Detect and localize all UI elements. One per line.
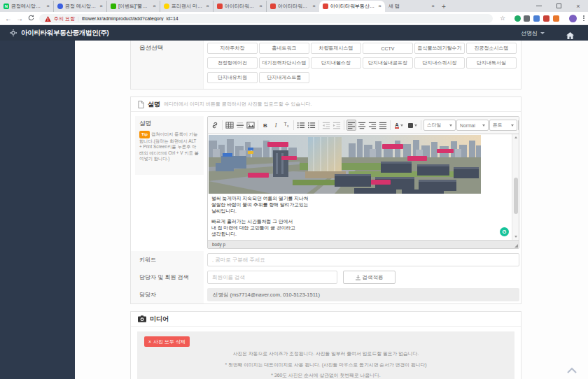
tab-title: 아이티타워부동산중개법...: [330, 3, 376, 10]
font-dropdown[interactable]: 폰트: [489, 120, 517, 131]
option-button[interactable]: 음식물쓰레기탈수기: [414, 43, 465, 54]
tab-close-icon[interactable]: ×: [431, 3, 435, 9]
tab-event[interactable]: [이벤트]"불파는 끝났다!" ×: [106, 1, 160, 12]
maximize-button[interactable]: [549, 0, 568, 12]
option-button[interactable]: 대기전력차단시스템: [259, 57, 309, 69]
delete-all-photos-button[interactable]: × 사진 모두 삭제: [144, 336, 190, 347]
editor-scrollbar[interactable]: [512, 134, 519, 240]
extension-icon-gray[interactable]: [524, 15, 530, 22]
back-button[interactable]: ←: [3, 15, 14, 22]
remove-format-button[interactable]: Tx: [281, 120, 291, 131]
divider: [258, 120, 258, 130]
horizontal-line-button[interactable]: [235, 120, 245, 131]
tab-new[interactable]: 새 탭 ×: [385, 1, 438, 12]
tab-close-icon[interactable]: ×: [259, 3, 262, 9]
extension-icon-orange[interactable]: [553, 15, 559, 22]
link-button[interactable]: [210, 120, 220, 131]
scroll-to-top-button[interactable]: [566, 364, 578, 376]
numbered-list-button[interactable]: [296, 120, 306, 131]
media-dropzone[interactable]: × 사진 모두 삭제 사진은 자동으로 사이즈가 조정됩니다. 사진을 일부러 …: [137, 331, 514, 379]
member-search-input[interactable]: [207, 271, 337, 284]
indent-button[interactable]: [332, 120, 342, 131]
align-justify-icon: [379, 121, 387, 129]
option-button[interactable]: CCTV: [363, 43, 413, 54]
tab-title: 아이티타워부동산중개법...: [225, 3, 257, 10]
refresh-button[interactable]: [25, 15, 36, 22]
grammarly-icon[interactable]: G: [500, 227, 509, 236]
warning-icon: [45, 16, 51, 22]
bold-button[interactable]: B: [260, 120, 270, 131]
scroll-down-icon[interactable]: [514, 236, 517, 238]
scroll-up-icon[interactable]: [514, 136, 517, 138]
tab-naver-blog[interactable]: N 금정메시앙플렉스 : 네이... ×: [0, 1, 53, 12]
tab-ittower-active[interactable]: 아이티타워부동산중개법... ×: [319, 1, 385, 12]
chevron-down-icon: [540, 32, 545, 34]
editor-text[interactable]: 벌써 늦게까지 지속되던 여름의 열기를 지나쳐 쌀쌀한 바람이 불며 추위를 …: [211, 196, 309, 240]
site-favicon: [323, 3, 328, 9]
italic-button[interactable]: I: [271, 120, 281, 131]
align-center-button[interactable]: [357, 120, 367, 131]
minimize-button[interactable]: [529, 0, 549, 12]
url-field[interactable]: 주의 요함 | ittower.kr/adminproduct/add?cate…: [39, 14, 493, 23]
resize-grip[interactable]: [514, 244, 518, 248]
tab-close-icon[interactable]: ×: [153, 3, 156, 9]
option-button[interactable]: 단지내스쿼시장: [414, 57, 465, 69]
option-button[interactable]: 단지내헬스장: [311, 57, 361, 69]
editor-content-area[interactable]: 벌써 늦게까지 지속되던 여름의 열기를 지나쳐 쌀쌀한 바람이 불며 추위를 …: [208, 134, 519, 240]
editor-line: 날씨입니다.: [211, 208, 309, 215]
tab-ittower-1[interactable]: 아이티타워부동산중개법... ×: [213, 1, 266, 12]
manager-search-label: 담당자 및 회원 검색: [131, 269, 204, 286]
option-button[interactable]: 진공청소시스템: [466, 43, 517, 54]
section-title: 미디어: [150, 315, 169, 324]
option-button[interactable]: 단지내독서실: [466, 57, 517, 69]
search-apply-button[interactable]: 검색적용: [343, 271, 396, 284]
extension-icon-pdf[interactable]: [543, 15, 550, 22]
tab-kmong[interactable]: 프리랜서 마켓 No.1 크몽 ×: [160, 1, 213, 12]
tab-ittower-2[interactable]: 아이티타워부동산중개법... ×: [266, 1, 319, 12]
profile-avatar[interactable]: [569, 15, 577, 22]
bg-color-button[interactable]: [406, 120, 419, 131]
option-button[interactable]: 지하주차장: [207, 43, 258, 54]
tab-messiang[interactable]: 금정 메시앙플렉스 ×: [53, 1, 106, 12]
browser-menu-icon[interactable]: [583, 15, 584, 21]
editor-toolbar: B I Tx A: [208, 117, 519, 134]
scrollbar-thumb[interactable]: [514, 178, 518, 214]
tab-close-icon[interactable]: ×: [312, 3, 316, 9]
forward-button[interactable]: →: [14, 15, 25, 22]
tab-close-icon[interactable]: ×: [99, 3, 103, 9]
refresh-icon: [28, 15, 34, 21]
tab-close-icon[interactable]: ×: [46, 3, 50, 9]
user-name: 선명심: [521, 29, 538, 37]
text-color-button[interactable]: A: [393, 120, 405, 131]
new-tab-button[interactable]: +: [438, 1, 449, 12]
security-warning-label[interactable]: 주의 요함: [54, 15, 75, 22]
bookmark-icon[interactable]: ☆: [500, 15, 505, 22]
align-left-button[interactable]: [346, 120, 356, 131]
tab-close-icon[interactable]: ×: [206, 3, 209, 9]
close-window-button[interactable]: ×: [568, 0, 588, 12]
font-size-dropdown[interactable]: 글..: [518, 120, 519, 131]
manager-label: 담당자: [131, 286, 204, 303]
align-right-button[interactable]: [368, 120, 377, 131]
format-dropdown[interactable]: Normal: [456, 120, 489, 131]
option-button[interactable]: 차량통제시스템: [311, 43, 361, 54]
user-menu[interactable]: 선명심: [521, 29, 545, 37]
align-justify-button[interactable]: [378, 120, 388, 131]
element-path[interactable]: body p: [212, 242, 225, 247]
option-button[interactable]: 단지내유치원: [207, 72, 258, 83]
bullet-list-button[interactable]: [307, 120, 316, 131]
divider: [222, 120, 223, 130]
option-button[interactable]: 단지내실내골프장: [363, 57, 413, 69]
extension-icon-blue[interactable]: [533, 15, 540, 22]
extension-icon-green[interactable]: [514, 15, 521, 22]
style-dropdown[interactable]: 스타일: [424, 120, 456, 131]
keyword-input[interactable]: [207, 253, 519, 266]
outdent-button[interactable]: [321, 120, 331, 131]
option-button[interactable]: 홈네트워크: [259, 43, 309, 54]
tab-close-icon[interactable]: ×: [378, 3, 382, 9]
image-button[interactable]: [246, 120, 255, 131]
option-button[interactable]: 천정형에어컨: [207, 57, 258, 69]
keyword-label: 키워드: [131, 251, 204, 269]
option-button[interactable]: 단지내게스트룸: [259, 72, 309, 83]
table-button[interactable]: [225, 120, 234, 131]
